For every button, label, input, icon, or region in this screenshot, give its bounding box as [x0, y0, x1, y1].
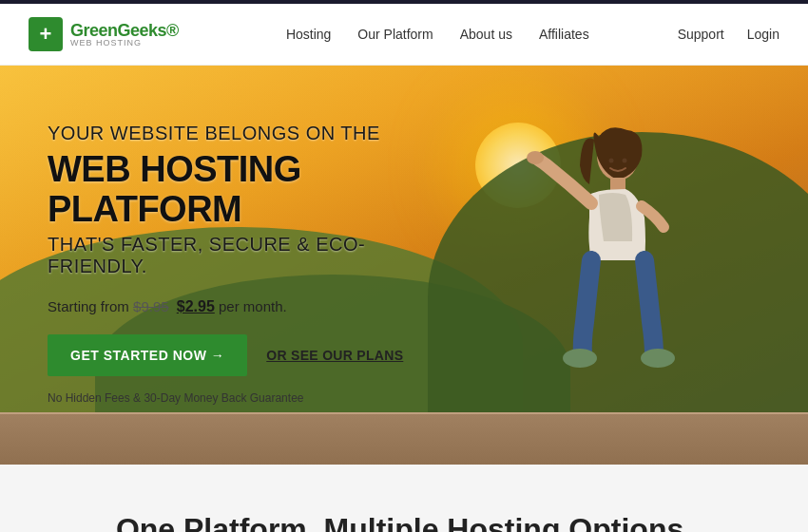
- pricing-info: Starting from $9.95 $2.95 per month.: [48, 298, 447, 315]
- see-plans-link[interactable]: OR SEE OUR PLANS: [266, 348, 403, 363]
- brand-name: GreenGeeks®: [70, 22, 179, 39]
- svg-point-4: [641, 349, 675, 368]
- header: + GreenGeeks® WEB HOSTING Hosting Our Pl…: [0, 4, 808, 66]
- hero-section: YOUR WEBSITE BELONGS ON THE WEB HOSTING …: [0, 66, 808, 465]
- svg-point-6: [623, 159, 627, 163]
- nav-affiliates[interactable]: Affiliates: [539, 27, 589, 42]
- nav-our-platform[interactable]: Our Platform: [357, 27, 433, 42]
- svg-point-3: [563, 349, 597, 368]
- header-actions: Support Login: [678, 27, 779, 42]
- pricing-suffix: per month.: [219, 298, 287, 314]
- hero-content: YOUR WEBSITE BELONGS ON THE WEB HOSTING …: [0, 66, 494, 462]
- support-link[interactable]: Support: [678, 27, 724, 42]
- login-link[interactable]: Login: [747, 27, 779, 42]
- nav-links: Hosting Our Platform About us Affiliates: [286, 27, 589, 42]
- get-started-button[interactable]: GET STARTED NOW →: [48, 334, 247, 376]
- svg-point-5: [609, 159, 614, 163]
- svg-point-2: [527, 151, 544, 164]
- hero-tagline: YOUR WEBSITE BELONGS ON THE: [48, 123, 447, 144]
- old-price: $9.95: [133, 298, 169, 314]
- brand-tagline: WEB HOSTING: [70, 39, 179, 48]
- hero-person: [504, 104, 694, 427]
- nav-hosting[interactable]: Hosting: [286, 27, 331, 42]
- logo-area: + GreenGeeks® WEB HOSTING: [29, 17, 179, 51]
- cta-row: GET STARTED NOW → OR SEE OUR PLANS: [48, 334, 447, 376]
- section2-title: One Platform. Multiple Hosting Options.: [29, 512, 779, 532]
- new-price: $2.95: [177, 298, 215, 314]
- hosting-options-section: One Platform. Multiple Hosting Options. …: [0, 465, 808, 532]
- logo-text: GreenGeeks® WEB HOSTING: [70, 22, 179, 48]
- logo-icon: +: [29, 17, 63, 51]
- guarantee-text: No Hidden Fees & 30-Day Money Back Guara…: [48, 391, 447, 405]
- nav-about-us[interactable]: About us: [460, 27, 512, 42]
- hero-subtitle: THAT'S FASTER, SECURE & ECO-FRIENDLY.: [48, 234, 447, 277]
- main-nav: Hosting Our Platform About us Affiliates: [267, 27, 589, 42]
- hero-title: WEB HOSTING PLATFORM: [48, 150, 447, 230]
- pricing-prefix: Starting from: [48, 298, 129, 314]
